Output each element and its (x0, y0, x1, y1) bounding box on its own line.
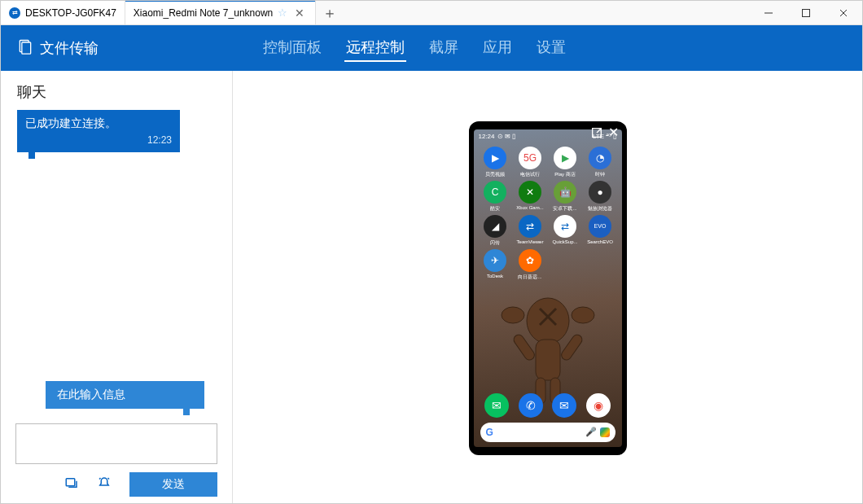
section-title: 文件传输 (17, 38, 99, 59)
chat-time: 12:23 (25, 134, 172, 146)
new-tab-button[interactable]: ＋ (316, 1, 344, 24)
dock-app-icon[interactable]: ✆ (519, 393, 543, 418)
app-icon[interactable]: 🤖安卓下载... (549, 181, 582, 213)
svg-rect-11 (536, 340, 560, 380)
svg-rect-1 (803, 9, 810, 16)
app-icon[interactable]: C酷安 (479, 181, 512, 213)
popout-icon[interactable] (590, 126, 603, 142)
nav-settings[interactable]: 设置 (535, 34, 567, 62)
google-logo-icon: G (486, 427, 493, 438)
chat-input[interactable] (15, 423, 217, 464)
app-tab-0[interactable]: ⇄ DESKTOP-JG0FK47 (1, 1, 125, 24)
remote-view: ✕ 12:24⊙ ✉ ▯ LTE ⁴ᴳ ▯ ▶贝壳视频5G电信试行▶Play 商… (233, 71, 862, 504)
app-grid: ▶贝壳视频5G电信试行▶Play 商店◔时钟C酷安✕Xbox Gam...🤖安卓… (474, 143, 622, 284)
chat-input-hint: 在此输入信息 (46, 381, 204, 409)
chat-text: 已成功建立连接。 (25, 116, 116, 129)
svg-point-12 (502, 307, 524, 323)
main-nav: 控制面板 远程控制 截屏 应用 设置 (261, 34, 567, 62)
window-titlebar: ⇄ DESKTOP-JG0FK47 Xiaomi_Redmi Note 7_un… (1, 1, 862, 25)
chat-messages: 已成功建立连接。 12:23 (1, 110, 232, 152)
tab-close-icon[interactable]: ✕ (292, 7, 307, 20)
dock-app-icon[interactable]: ◉ (586, 393, 611, 418)
window-controls (750, 1, 862, 24)
tab-label: Xiaomi_Redmi Note 7_unknown (134, 7, 273, 19)
chat-sidebar: 聊天 已成功建立连接。 12:23 在此输入信息 发送 (1, 71, 233, 504)
screenshot-icon[interactable] (64, 476, 79, 494)
maximize-button[interactable] (787, 1, 825, 24)
nav-screenshot[interactable]: 截屏 (427, 34, 460, 62)
lens-icon[interactable] (600, 427, 610, 437)
device-frame: ✕ 12:24⊙ ✉ ▯ LTE ⁴ᴳ ▯ ▶贝壳视频5G电信试行▶Play 商… (469, 121, 627, 455)
app-icon[interactable]: ▶Play 商店 (549, 147, 582, 178)
close-button[interactable] (825, 1, 862, 24)
svg-rect-6 (66, 478, 75, 485)
dock: ✉✆✉◉ (474, 393, 622, 418)
minimize-button[interactable] (750, 1, 787, 24)
chat-actions: 发送 (1, 472, 232, 504)
app-icon[interactable]: 5G电信试行 (514, 147, 547, 178)
svg-rect-14 (511, 332, 536, 362)
app-icon[interactable]: ●魅族浏览器 (584, 181, 617, 213)
app-header: 文件传输 控制面板 远程控制 截屏 应用 设置 (1, 25, 862, 71)
svg-rect-5 (22, 42, 31, 54)
dock-app-icon[interactable]: ✉ (484, 393, 509, 418)
app-icon[interactable]: ⇄TeamViewer (514, 215, 547, 247)
nudge-bell-icon[interactable] (97, 476, 112, 494)
app-icon[interactable]: ◢闪传 (479, 215, 512, 247)
svg-point-8 (527, 298, 569, 344)
chat-bubble: 已成功建立连接。 12:23 (17, 110, 180, 152)
app-icon[interactable]: ⇄QuickSup... (549, 215, 582, 247)
app-icon[interactable]: ◔时钟 (584, 147, 617, 178)
device-close-icon[interactable]: ✕ (608, 126, 619, 142)
tab-label: DESKTOP-JG0FK47 (25, 7, 116, 19)
file-transfer-icon (17, 38, 33, 59)
mic-icon[interactable]: 🎤 (585, 427, 597, 437)
nav-apps[interactable]: 应用 (481, 34, 514, 62)
app-icon[interactable]: EVOSearchEVO (584, 215, 617, 247)
send-button[interactable]: 发送 (129, 472, 217, 497)
chat-title: 聊天 (1, 71, 232, 110)
device-screen[interactable]: 12:24⊙ ✉ ▯ LTE ⁴ᴳ ▯ ▶贝壳视频5G电信试行▶Play 商店◔… (474, 129, 622, 447)
google-search-bar[interactable]: G 🎤 (480, 423, 615, 442)
dock-app-icon[interactable]: ✉ (552, 393, 576, 418)
favorite-star-icon[interactable]: ☆ (278, 7, 287, 19)
app-icon[interactable]: ▶贝壳视频 (479, 147, 512, 178)
nav-control-panel[interactable]: 控制面板 (261, 34, 323, 62)
svg-rect-15 (559, 332, 584, 362)
app-tab-1[interactable]: Xiaomi_Redmi Note 7_unknown ☆ ✕ (125, 1, 316, 24)
app-icon[interactable]: ✕Xbox Gam... (514, 181, 547, 213)
teamviewer-logo-icon: ⇄ (9, 7, 20, 19)
svg-point-13 (572, 307, 594, 323)
nav-remote-control[interactable]: 远程控制 (344, 34, 406, 62)
